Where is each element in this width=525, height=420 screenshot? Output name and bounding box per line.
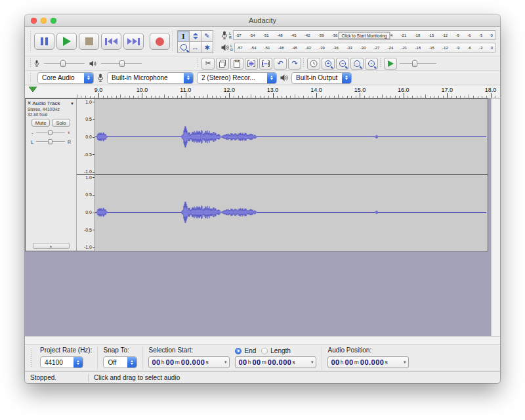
toolbar-grip[interactable] — [30, 58, 32, 68]
zoom-in-button[interactable]: + — [322, 58, 335, 70]
selection-end-time-field[interactable]: 00h00m00.000s ▾ — [235, 356, 316, 368]
vertical-scrollbar[interactable] — [491, 98, 500, 336]
selection-end-radio-label[interactable]: End — [244, 347, 256, 354]
play-at-speed-button[interactable] — [384, 58, 397, 70]
toolbar-grip[interactable] — [30, 31, 32, 52]
waveform-display[interactable] — [95, 99, 488, 251]
timeline-ruler[interactable]: 9.010.011.012.013.014.015.016.017.018.0 — [25, 85, 500, 98]
slider-thumb[interactable] — [48, 139, 52, 144]
timefield-dropdown-icon[interactable]: ▾ — [311, 360, 314, 365]
snap-to-select[interactable]: Off — [103, 356, 137, 368]
recording-channels-select[interactable]: 2 (Stereo) Recor... — [197, 72, 277, 84]
timefield-dropdown-icon[interactable]: ▾ — [224, 360, 227, 365]
multi-tool-button[interactable]: ∗ — [201, 41, 213, 53]
left-channel-waveform[interactable] — [95, 99, 488, 175]
playback-device-select[interactable]: Built-in Output — [291, 72, 352, 84]
silence-audio-button[interactable] — [259, 58, 272, 70]
pan-right-label: R — [68, 140, 71, 144]
fit-project-button[interactable]: ▪ — [365, 58, 378, 70]
draw-tool-button[interactable]: ✎ — [201, 30, 213, 42]
zoom-window-button[interactable] — [51, 18, 56, 24]
selection-end-radio[interactable] — [235, 348, 242, 354]
paste-button[interactable] — [230, 58, 243, 70]
track-collapse-button[interactable]: ▲ — [33, 243, 70, 249]
minutes-digits[interactable]: 00 — [345, 358, 353, 366]
toolbar-grip[interactable] — [30, 73, 32, 83]
recording-meter[interactable]: L R -57-54-51-48-45-42-39-36-33-30-27-24… — [221, 30, 495, 41]
track-name[interactable]: Audio Track — [32, 100, 69, 106]
gain-slider[interactable] — [35, 129, 66, 136]
toolbar-grip[interactable] — [379, 58, 381, 68]
track-canvas[interactable]: × Audio Track ▼ Stereo, 44100Hz 32-bit f… — [25, 98, 500, 336]
envelope-tool-button[interactable] — [189, 30, 201, 42]
toolbar-grip[interactable] — [171, 31, 173, 52]
right-channel-waveform[interactable] — [95, 175, 488, 250]
audio-host-select[interactable]: Core Audio — [37, 72, 94, 84]
solo-button[interactable]: Solo — [52, 119, 70, 127]
slider-thumb[interactable] — [48, 130, 52, 135]
skip-to-end-button[interactable] — [123, 33, 144, 50]
recording-volume-slider[interactable] — [43, 59, 86, 68]
sync-lock-button[interactable] — [307, 58, 320, 70]
window-titlebar[interactable]: Audacity — [25, 14, 500, 27]
meter-monitoring-overlay[interactable]: Click to Start Monitoring — [338, 32, 390, 39]
cut-button[interactable]: ✂ — [201, 58, 215, 70]
minutes-digits[interactable]: 00 — [252, 358, 261, 366]
slider-thumb[interactable] — [60, 60, 66, 67]
timeline-tick-label: 16.0 — [398, 87, 410, 93]
playback-speed-slider[interactable] — [398, 59, 438, 68]
playback-meter[interactable]: L R -57-54-51-48-45-42-39-36-33-30-27-24… — [221, 43, 495, 53]
selection-tool-button[interactable]: I — [177, 30, 190, 42]
zoom-out-button[interactable]: − — [336, 58, 349, 70]
zoom-tool-button[interactable] — [177, 41, 190, 53]
recording-meter-bar[interactable]: -57-54-51-48-45-42-39-36-33-30-27-24-21-… — [233, 30, 495, 40]
seconds-digits[interactable]: 00.000 — [360, 358, 385, 366]
minimize-window-button[interactable] — [41, 18, 47, 24]
toolbar-grip[interactable] — [303, 58, 304, 68]
mute-button[interactable]: Mute — [32, 119, 50, 127]
trim-audio-button[interactable] — [245, 58, 258, 70]
timeshift-tool-button[interactable]: ↔ — [189, 41, 201, 53]
recording-device-select[interactable]: Built-in Microphone — [107, 72, 194, 84]
audio-position-time-field[interactable]: 00h00m00.000s ▾ — [327, 356, 409, 368]
selection-length-radio-label[interactable]: Length — [270, 347, 291, 354]
pan-slider[interactable] — [35, 138, 66, 145]
redo-button[interactable]: ↷ — [288, 58, 301, 70]
pause-button[interactable] — [34, 33, 54, 50]
fit-selection-button[interactable]: ↔ — [350, 58, 364, 70]
hours-digits[interactable]: 00 — [152, 358, 160, 366]
track-close-button[interactable]: × — [28, 100, 31, 106]
playhead-marker-icon[interactable] — [28, 87, 37, 93]
vertical-amplitude-ruler[interactable]: 1.00.50.0-0.5-1.0 1.00.50.0-0.5-1.0 — [77, 99, 95, 251]
close-window-button[interactable] — [31, 18, 37, 24]
undo-button[interactable]: ↶ — [274, 58, 287, 70]
skip-to-start-button[interactable] — [101, 33, 121, 50]
timefield-dropdown-icon[interactable]: ▾ — [404, 360, 406, 365]
stop-icon — [85, 37, 93, 45]
toolbar-grip[interactable] — [197, 58, 199, 68]
hours-digits[interactable]: 00 — [238, 358, 247, 366]
slider-thumb[interactable] — [119, 60, 125, 67]
copy-button[interactable] — [216, 58, 229, 70]
playback-volume-slider[interactable] — [100, 59, 143, 68]
toolbar-grip[interactable] — [214, 31, 216, 52]
playback-meter-bar[interactable]: -57-54-51-48-45-42-39-36-33-30-27-24-21-… — [234, 43, 495, 52]
horizontal-scrollbar[interactable] — [25, 336, 500, 345]
minutes-digits[interactable]: 00 — [165, 358, 174, 366]
toolbar-grip[interactable] — [30, 348, 32, 368]
hours-digits[interactable]: 00 — [331, 358, 339, 366]
play-button[interactable] — [56, 33, 77, 50]
selection-start-time-field[interactable]: 00h00m00.000s ▾ — [148, 356, 230, 368]
meter-db-label: -18 — [415, 46, 421, 50]
stop-button[interactable] — [79, 33, 99, 50]
seconds-digits[interactable]: 00.000 — [181, 358, 205, 366]
skip-to-start-icon — [105, 38, 117, 45]
slider-thumb[interactable] — [412, 60, 417, 67]
record-button[interactable] — [150, 33, 170, 50]
project-rate-select[interactable]: 44100 — [40, 356, 83, 368]
seconds-digits[interactable]: 00.000 — [268, 358, 292, 366]
timeline-tick — [404, 93, 404, 98]
track-menu-arrow-icon[interactable]: ▼ — [70, 102, 74, 106]
selection-length-radio[interactable] — [261, 348, 268, 354]
timeline-tick — [277, 96, 278, 98]
